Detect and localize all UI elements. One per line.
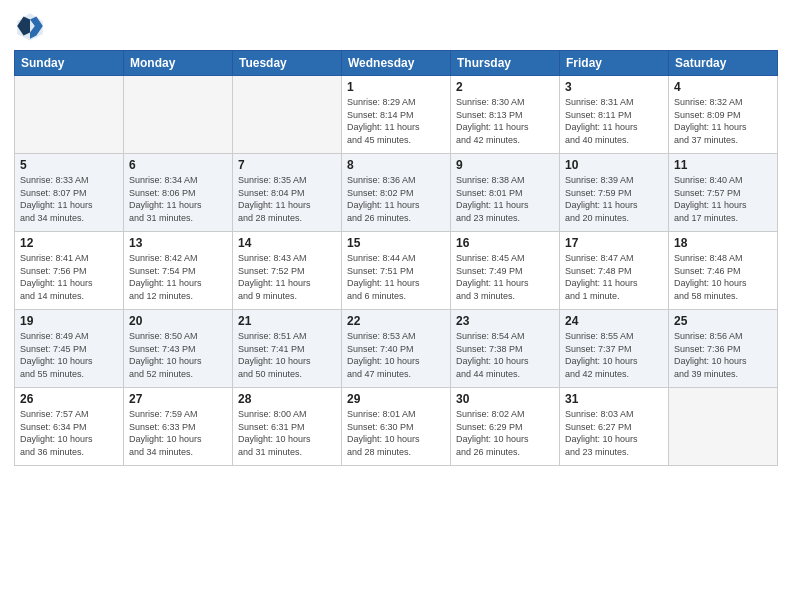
day-info: Sunrise: 8:48 AM Sunset: 7:46 PM Dayligh…	[674, 252, 772, 302]
calendar-cell: 29Sunrise: 8:01 AM Sunset: 6:30 PM Dayli…	[342, 388, 451, 466]
calendar-cell: 31Sunrise: 8:03 AM Sunset: 6:27 PM Dayli…	[560, 388, 669, 466]
day-number: 10	[565, 158, 663, 172]
day-info: Sunrise: 8:35 AM Sunset: 8:04 PM Dayligh…	[238, 174, 336, 224]
calendar-cell: 18Sunrise: 8:48 AM Sunset: 7:46 PM Dayli…	[669, 232, 778, 310]
day-number: 15	[347, 236, 445, 250]
day-number: 29	[347, 392, 445, 406]
calendar-header-row: SundayMondayTuesdayWednesdayThursdayFrid…	[15, 51, 778, 76]
day-number: 2	[456, 80, 554, 94]
day-number: 26	[20, 392, 118, 406]
day-info: Sunrise: 8:40 AM Sunset: 7:57 PM Dayligh…	[674, 174, 772, 224]
day-info: Sunrise: 8:51 AM Sunset: 7:41 PM Dayligh…	[238, 330, 336, 380]
calendar-cell: 6Sunrise: 8:34 AM Sunset: 8:06 PM Daylig…	[124, 154, 233, 232]
weekday-header: Monday	[124, 51, 233, 76]
day-number: 18	[674, 236, 772, 250]
page: SundayMondayTuesdayWednesdayThursdayFrid…	[0, 0, 792, 612]
weekday-header: Tuesday	[233, 51, 342, 76]
weekday-header: Thursday	[451, 51, 560, 76]
day-number: 20	[129, 314, 227, 328]
calendar-cell: 13Sunrise: 8:42 AM Sunset: 7:54 PM Dayli…	[124, 232, 233, 310]
calendar-cell: 3Sunrise: 8:31 AM Sunset: 8:11 PM Daylig…	[560, 76, 669, 154]
day-number: 27	[129, 392, 227, 406]
day-number: 31	[565, 392, 663, 406]
calendar-week-row: 5Sunrise: 8:33 AM Sunset: 8:07 PM Daylig…	[15, 154, 778, 232]
day-info: Sunrise: 8:43 AM Sunset: 7:52 PM Dayligh…	[238, 252, 336, 302]
calendar-week-row: 26Sunrise: 7:57 AM Sunset: 6:34 PM Dayli…	[15, 388, 778, 466]
calendar-cell: 12Sunrise: 8:41 AM Sunset: 7:56 PM Dayli…	[15, 232, 124, 310]
day-info: Sunrise: 8:01 AM Sunset: 6:30 PM Dayligh…	[347, 408, 445, 458]
weekday-header: Saturday	[669, 51, 778, 76]
day-info: Sunrise: 8:03 AM Sunset: 6:27 PM Dayligh…	[565, 408, 663, 458]
calendar-cell: 21Sunrise: 8:51 AM Sunset: 7:41 PM Dayli…	[233, 310, 342, 388]
day-number: 13	[129, 236, 227, 250]
day-number: 25	[674, 314, 772, 328]
calendar-cell: 16Sunrise: 8:45 AM Sunset: 7:49 PM Dayli…	[451, 232, 560, 310]
day-number: 30	[456, 392, 554, 406]
calendar-cell: 27Sunrise: 7:59 AM Sunset: 6:33 PM Dayli…	[124, 388, 233, 466]
calendar-week-row: 12Sunrise: 8:41 AM Sunset: 7:56 PM Dayli…	[15, 232, 778, 310]
day-info: Sunrise: 8:39 AM Sunset: 7:59 PM Dayligh…	[565, 174, 663, 224]
day-info: Sunrise: 8:31 AM Sunset: 8:11 PM Dayligh…	[565, 96, 663, 146]
day-number: 22	[347, 314, 445, 328]
calendar-cell: 8Sunrise: 8:36 AM Sunset: 8:02 PM Daylig…	[342, 154, 451, 232]
day-info: Sunrise: 8:42 AM Sunset: 7:54 PM Dayligh…	[129, 252, 227, 302]
weekday-header: Sunday	[15, 51, 124, 76]
calendar-cell: 22Sunrise: 8:53 AM Sunset: 7:40 PM Dayli…	[342, 310, 451, 388]
day-info: Sunrise: 8:00 AM Sunset: 6:31 PM Dayligh…	[238, 408, 336, 458]
day-info: Sunrise: 8:55 AM Sunset: 7:37 PM Dayligh…	[565, 330, 663, 380]
weekday-header: Wednesday	[342, 51, 451, 76]
day-number: 11	[674, 158, 772, 172]
day-info: Sunrise: 8:54 AM Sunset: 7:38 PM Dayligh…	[456, 330, 554, 380]
day-info: Sunrise: 8:33 AM Sunset: 8:07 PM Dayligh…	[20, 174, 118, 224]
day-info: Sunrise: 8:30 AM Sunset: 8:13 PM Dayligh…	[456, 96, 554, 146]
calendar-week-row: 19Sunrise: 8:49 AM Sunset: 7:45 PM Dayli…	[15, 310, 778, 388]
day-info: Sunrise: 8:56 AM Sunset: 7:36 PM Dayligh…	[674, 330, 772, 380]
day-number: 23	[456, 314, 554, 328]
calendar-cell: 10Sunrise: 8:39 AM Sunset: 7:59 PM Dayli…	[560, 154, 669, 232]
day-number: 4	[674, 80, 772, 94]
calendar-cell: 28Sunrise: 8:00 AM Sunset: 6:31 PM Dayli…	[233, 388, 342, 466]
calendar-cell	[669, 388, 778, 466]
day-info: Sunrise: 8:36 AM Sunset: 8:02 PM Dayligh…	[347, 174, 445, 224]
day-info: Sunrise: 7:59 AM Sunset: 6:33 PM Dayligh…	[129, 408, 227, 458]
calendar-cell	[233, 76, 342, 154]
day-number: 14	[238, 236, 336, 250]
day-number: 3	[565, 80, 663, 94]
day-info: Sunrise: 8:32 AM Sunset: 8:09 PM Dayligh…	[674, 96, 772, 146]
day-info: Sunrise: 8:38 AM Sunset: 8:01 PM Dayligh…	[456, 174, 554, 224]
calendar-cell: 4Sunrise: 8:32 AM Sunset: 8:09 PM Daylig…	[669, 76, 778, 154]
calendar-cell: 17Sunrise: 8:47 AM Sunset: 7:48 PM Dayli…	[560, 232, 669, 310]
calendar-cell: 1Sunrise: 8:29 AM Sunset: 8:14 PM Daylig…	[342, 76, 451, 154]
calendar-cell: 15Sunrise: 8:44 AM Sunset: 7:51 PM Dayli…	[342, 232, 451, 310]
logo-icon	[14, 10, 46, 42]
calendar-cell: 26Sunrise: 7:57 AM Sunset: 6:34 PM Dayli…	[15, 388, 124, 466]
day-info: Sunrise: 8:02 AM Sunset: 6:29 PM Dayligh…	[456, 408, 554, 458]
calendar-cell: 20Sunrise: 8:50 AM Sunset: 7:43 PM Dayli…	[124, 310, 233, 388]
calendar-cell: 7Sunrise: 8:35 AM Sunset: 8:04 PM Daylig…	[233, 154, 342, 232]
calendar-cell: 23Sunrise: 8:54 AM Sunset: 7:38 PM Dayli…	[451, 310, 560, 388]
day-info: Sunrise: 8:47 AM Sunset: 7:48 PM Dayligh…	[565, 252, 663, 302]
day-number: 19	[20, 314, 118, 328]
day-info: Sunrise: 8:34 AM Sunset: 8:06 PM Dayligh…	[129, 174, 227, 224]
day-number: 28	[238, 392, 336, 406]
header	[14, 10, 778, 42]
calendar-cell: 24Sunrise: 8:55 AM Sunset: 7:37 PM Dayli…	[560, 310, 669, 388]
day-number: 1	[347, 80, 445, 94]
calendar-cell	[15, 76, 124, 154]
day-info: Sunrise: 8:53 AM Sunset: 7:40 PM Dayligh…	[347, 330, 445, 380]
calendar-cell: 19Sunrise: 8:49 AM Sunset: 7:45 PM Dayli…	[15, 310, 124, 388]
calendar-cell: 11Sunrise: 8:40 AM Sunset: 7:57 PM Dayli…	[669, 154, 778, 232]
day-number: 21	[238, 314, 336, 328]
calendar-cell: 9Sunrise: 8:38 AM Sunset: 8:01 PM Daylig…	[451, 154, 560, 232]
day-number: 16	[456, 236, 554, 250]
day-number: 5	[20, 158, 118, 172]
calendar-week-row: 1Sunrise: 8:29 AM Sunset: 8:14 PM Daylig…	[15, 76, 778, 154]
day-info: Sunrise: 8:49 AM Sunset: 7:45 PM Dayligh…	[20, 330, 118, 380]
day-number: 24	[565, 314, 663, 328]
day-number: 8	[347, 158, 445, 172]
day-info: Sunrise: 8:44 AM Sunset: 7:51 PM Dayligh…	[347, 252, 445, 302]
day-info: Sunrise: 8:45 AM Sunset: 7:49 PM Dayligh…	[456, 252, 554, 302]
day-number: 9	[456, 158, 554, 172]
calendar-cell	[124, 76, 233, 154]
day-number: 12	[20, 236, 118, 250]
